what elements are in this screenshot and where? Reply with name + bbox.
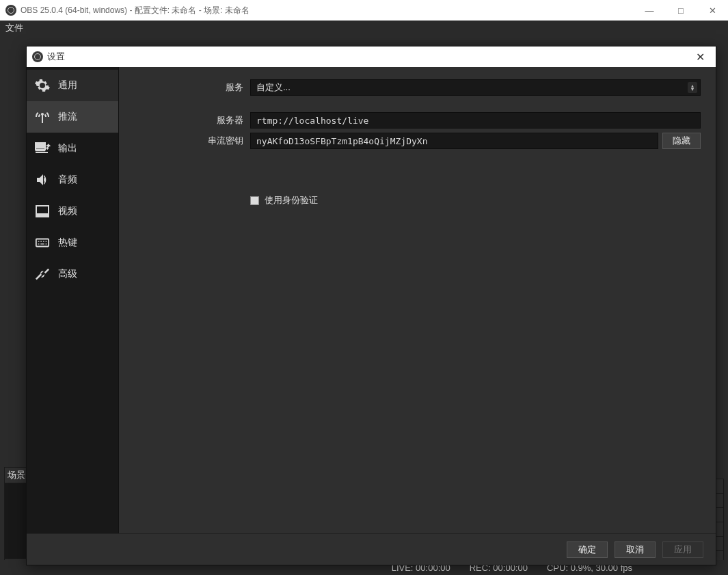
cancel-button[interactable]: 取消: [615, 541, 656, 558]
use-auth-checkbox[interactable]: [250, 196, 259, 205]
sidebar-item-output[interactable]: 输出: [27, 133, 118, 164]
settings-dialog: 设置 ✕ 通用 推流: [26, 46, 716, 565]
server-label: 服务器: [134, 114, 250, 126]
settings-content-stream: 服务 自定义... 服务器 串流密钥: [119, 67, 716, 533]
sidebar-label-advanced: 高级: [58, 268, 77, 280]
menu-file[interactable]: 文件: [5, 22, 23, 34]
server-input[interactable]: [250, 112, 701, 129]
sidebar-item-advanced[interactable]: 高级: [27, 258, 118, 290]
menubar: 文件: [0, 21, 728, 36]
ok-button[interactable]: 确定: [567, 541, 608, 558]
scenes-header-label: 场景: [8, 469, 25, 481]
service-select[interactable]: 自定义...: [250, 79, 701, 96]
chevron-updown-icon: [688, 82, 697, 93]
monitor-icon: [33, 202, 51, 220]
sidebar-item-general[interactable]: 通用: [27, 70, 118, 101]
use-auth-label: 使用身份验证: [265, 194, 318, 206]
settings-dialog-titlebar: 设置 ✕: [27, 46, 716, 67]
window-maximize-button[interactable]: □: [665, 0, 697, 21]
window-title: OBS 25.0.4 (64-bit, windows) - 配置文件: 未命名…: [21, 5, 250, 16]
obs-main-area: 文件 场景 … + − LIVE: 00:00:00 REC: 00:00:00…: [0, 21, 728, 575]
settings-sidebar: 通用 推流 输出: [27, 67, 119, 533]
obs-app-icon: [5, 5, 16, 16]
sidebar-item-hotkeys[interactable]: 热键: [27, 227, 118, 258]
settings-dialog-icon: [32, 51, 43, 62]
sidebar-label-stream: 推流: [58, 111, 77, 123]
sidebar-label-output: 输出: [58, 142, 77, 155]
keyboard-icon: [33, 234, 51, 252]
tools-icon: [33, 265, 51, 283]
hide-key-button[interactable]: 隐藏: [662, 133, 701, 149]
sidebar-label-general: 通用: [58, 79, 77, 92]
sidebar-item-audio[interactable]: 音频: [27, 164, 118, 196]
window-close-button[interactable]: ✕: [697, 0, 728, 21]
output-icon: [33, 139, 51, 157]
sidebar-label-hotkeys: 热键: [58, 237, 77, 249]
speaker-icon: [33, 171, 51, 189]
os-window-titlebar: OBS 25.0.4 (64-bit, windows) - 配置文件: 未命名…: [0, 0, 728, 21]
window-minimize-button[interactable]: ―: [634, 0, 665, 21]
service-select-value: 自定义...: [256, 81, 291, 94]
service-label: 服务: [134, 81, 250, 94]
antenna-icon: [33, 108, 51, 126]
svg-rect-0: [36, 239, 49, 247]
sidebar-item-stream[interactable]: 推流: [27, 101, 118, 133]
gear-icon: [33, 77, 51, 94]
stream-key-input[interactable]: [250, 133, 658, 149]
apply-button[interactable]: 应用: [662, 541, 703, 558]
sidebar-label-audio: 音频: [58, 174, 77, 186]
stream-key-label: 串流密钥: [134, 135, 250, 147]
settings-dialog-title: 设置: [47, 51, 65, 63]
sidebar-item-video[interactable]: 视频: [27, 196, 118, 227]
settings-dialog-footer: 确定 取消 应用: [27, 533, 716, 565]
settings-dialog-close-button[interactable]: ✕: [684, 46, 716, 67]
sidebar-label-video: 视频: [58, 205, 77, 217]
